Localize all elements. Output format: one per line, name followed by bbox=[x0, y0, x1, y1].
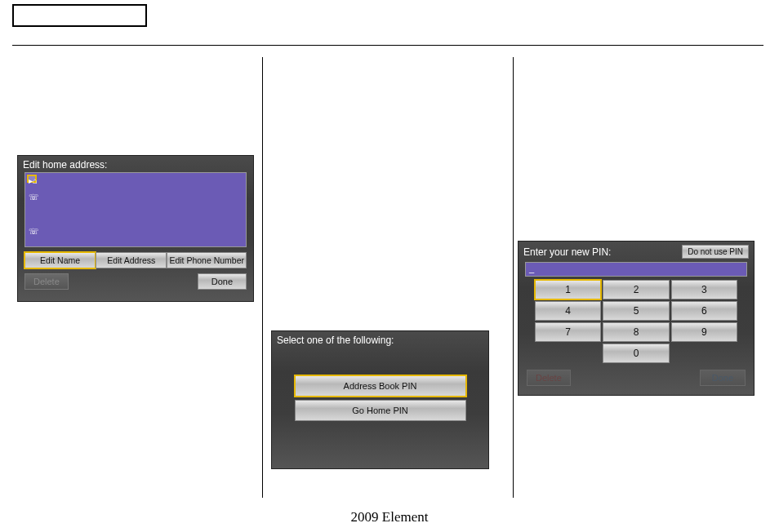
pin-delete-button[interactable]: Delete bbox=[527, 370, 571, 386]
key-3[interactable]: 3 bbox=[671, 280, 737, 299]
screen-title: Edit home address: bbox=[18, 156, 253, 172]
key-1[interactable]: 1 bbox=[535, 280, 601, 299]
done-button[interactable]: Done bbox=[198, 273, 247, 290]
pin-bottom-row: Delete Done bbox=[527, 370, 746, 386]
key-5[interactable]: 5 bbox=[603, 301, 669, 321]
keypad: 1 2 3 4 5 6 7 8 9 bbox=[535, 280, 737, 342]
column-2: Select one of the following: Address Boo… bbox=[263, 57, 513, 506]
select-pin-screen: Select one of the following: Address Boo… bbox=[271, 330, 489, 469]
header-box bbox=[12, 4, 147, 27]
pin-display: _ bbox=[525, 262, 747, 277]
screen-title: Select one of the following: bbox=[272, 331, 488, 348]
key-6[interactable]: 6 bbox=[671, 301, 737, 321]
edit-address-button[interactable]: Edit Address bbox=[96, 252, 167, 268]
bottom-row: Delete Done bbox=[24, 273, 247, 290]
key-9[interactable]: 9 bbox=[671, 322, 737, 342]
column-3: Enter your new PIN: Do not use PIN _ 1 2… bbox=[514, 57, 763, 506]
key-8[interactable]: 8 bbox=[603, 322, 669, 342]
edit-name-button[interactable]: Edit Name bbox=[24, 252, 96, 268]
content-columns: Edit home address: ▸⌂ ☏ ☏ Edit Name Edit… bbox=[12, 57, 763, 506]
key-7[interactable]: 7 bbox=[535, 322, 601, 342]
edit-buttons-row: Edit Name Edit Address Edit Phone Number bbox=[24, 252, 247, 268]
phone-icon: ☏ bbox=[29, 193, 39, 202]
pin-label: Enter your new PIN: bbox=[523, 246, 611, 258]
key-2[interactable]: 2 bbox=[603, 280, 669, 299]
zero-row: 0 bbox=[535, 344, 737, 363]
column-1: Edit home address: ▸⌂ ☏ ☏ Edit Name Edit… bbox=[12, 57, 262, 506]
address-book-pin-button[interactable]: Address Book PIN bbox=[295, 375, 466, 397]
delete-button[interactable]: Delete bbox=[24, 273, 69, 290]
enter-pin-screen: Enter your new PIN: Do not use PIN _ 1 2… bbox=[518, 241, 755, 396]
do-not-use-pin-button[interactable]: Do not use PIN bbox=[682, 245, 749, 259]
pin-header: Enter your new PIN: Do not use PIN bbox=[519, 242, 754, 260]
home-icon: ▸⌂ bbox=[29, 176, 38, 185]
home-address-panel[interactable]: ▸⌂ ☏ ☏ bbox=[24, 172, 247, 247]
go-home-pin-button[interactable]: Go Home PIN bbox=[295, 400, 466, 421]
phone-icon-2: ☏ bbox=[29, 227, 39, 236]
key-4[interactable]: 4 bbox=[535, 301, 601, 321]
footer-text: 2009 Element bbox=[0, 509, 779, 525]
spacer bbox=[671, 344, 737, 363]
edit-phone-button[interactable]: Edit Phone Number bbox=[167, 252, 247, 268]
horizontal-rule bbox=[12, 45, 763, 46]
edit-home-address-screen: Edit home address: ▸⌂ ☏ ☏ Edit Name Edit… bbox=[17, 155, 254, 302]
key-0[interactable]: 0 bbox=[603, 344, 669, 363]
pin-done-button[interactable]: Done bbox=[700, 370, 746, 386]
spacer bbox=[535, 344, 601, 363]
select-body: Address Book PIN Go Home PIN bbox=[272, 348, 488, 424]
